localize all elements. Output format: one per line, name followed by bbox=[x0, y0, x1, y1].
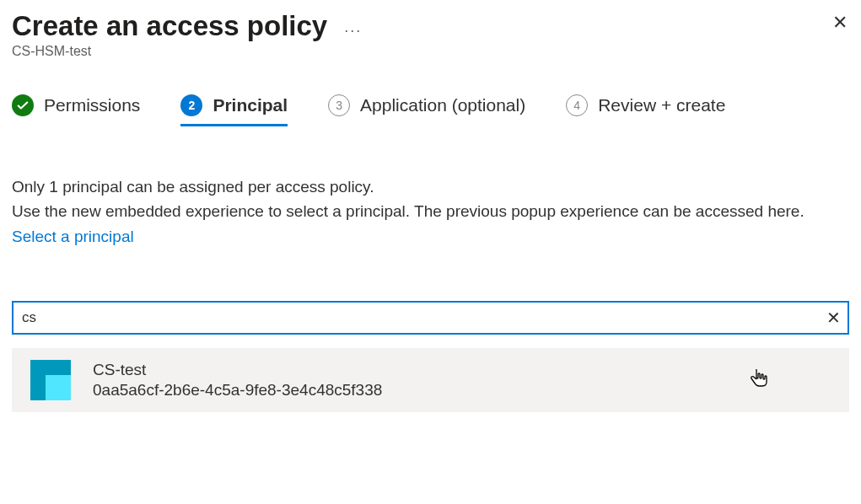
cursor-pointer-icon bbox=[750, 367, 768, 394]
result-name: CS-test bbox=[93, 361, 382, 379]
more-options-button[interactable]: ··· bbox=[344, 17, 362, 40]
step-label: Application (optional) bbox=[360, 95, 525, 115]
step-label: Permissions bbox=[44, 95, 140, 115]
tab-permissions[interactable]: Permissions bbox=[12, 94, 140, 126]
select-principal-link[interactable]: Select a principal bbox=[12, 228, 134, 245]
check-icon bbox=[12, 94, 34, 116]
step-label: Review + create bbox=[598, 95, 725, 115]
page-subtitle: CS-HSM-test bbox=[12, 44, 849, 59]
clear-search-icon[interactable]: ✕ bbox=[826, 308, 841, 328]
tab-application[interactable]: 3 Application (optional) bbox=[328, 94, 525, 126]
tab-review-create[interactable]: 4 Review + create bbox=[566, 94, 725, 126]
result-text-block: CS-test 0aa5a6cf-2b6e-4c5a-9fe8-3e4c48c5… bbox=[93, 361, 382, 399]
page-title: Create an access policy bbox=[12, 10, 327, 42]
step-number-icon: 4 bbox=[566, 94, 588, 116]
wizard-stepper: Permissions 2 Principal 3 Application (o… bbox=[12, 94, 849, 127]
app-tile-icon bbox=[30, 360, 71, 400]
tab-principal[interactable]: 2 Principal bbox=[180, 94, 288, 126]
search-input[interactable] bbox=[12, 301, 849, 335]
principal-result-item[interactable]: CS-test 0aa5a6cf-2b6e-4c5a-9fe8-3e4c48c5… bbox=[12, 348, 849, 412]
info-text: Only 1 principal can be assigned per acc… bbox=[12, 174, 849, 249]
step-label: Principal bbox=[213, 95, 288, 115]
info-text-line: Only 1 principal can be assigned per acc… bbox=[12, 174, 849, 199]
close-icon[interactable]: ✕ bbox=[831, 10, 849, 35]
step-number-icon: 3 bbox=[328, 94, 350, 116]
info-text-line: Use the new embedded experience to selec… bbox=[12, 199, 849, 249]
result-id: 0aa5a6cf-2b6e-4c5a-9fe8-3e4c48c5f338 bbox=[93, 381, 382, 399]
principal-search: ✕ bbox=[12, 301, 849, 335]
step-number-icon: 2 bbox=[180, 94, 202, 116]
